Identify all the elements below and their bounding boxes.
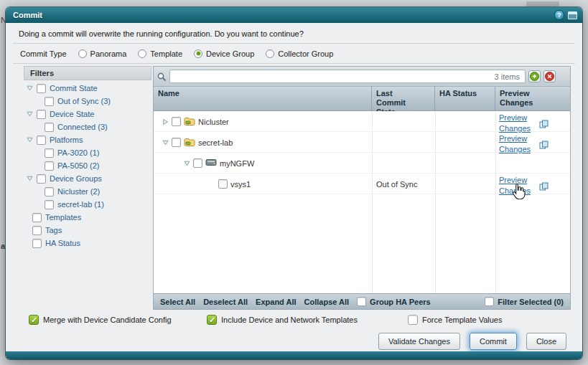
filter-checkbox[interactable]: [37, 84, 46, 93]
radio-option-template[interactable]: Template: [138, 49, 182, 58]
radio-option-panorama[interactable]: Panorama: [78, 49, 127, 58]
row-name: myNGFW: [220, 159, 254, 168]
radio-option-device-group[interactable]: Device Group: [194, 49, 254, 58]
collapse-arrow-icon[interactable]: [162, 140, 169, 146]
force-template-values-checkbox[interactable]: [408, 315, 418, 325]
preview-changes-icon[interactable]: [539, 120, 549, 130]
filter-item-tags[interactable]: Tags: [24, 224, 151, 237]
merge-device-candidate-option[interactable]: Merge with Device Candidate Config: [29, 315, 172, 325]
table-row[interactable]: myNGFW: [154, 153, 570, 174]
filter-checkbox[interactable]: [45, 161, 54, 171]
expand-all-button[interactable]: Expand All: [256, 298, 296, 306]
deselect-all-button[interactable]: Deselect All: [203, 298, 248, 306]
filter-checkbox[interactable]: [37, 110, 46, 119]
column-header-name[interactable]: Name: [154, 87, 372, 111]
radio-label: Collector Group: [278, 49, 333, 58]
ha-status-cell: [435, 132, 495, 153]
filter-checkbox[interactable]: [32, 226, 42, 235]
row-checkbox[interactable]: [172, 138, 181, 147]
dialog-buttons: Validate Changes Commit Close: [378, 333, 566, 350]
preview-changes-link[interactable]: Preview Changes: [499, 113, 536, 134]
expand-arrow-icon[interactable]: [162, 119, 169, 125]
filter-label: Device Groups: [50, 174, 102, 183]
filter-group-device-state[interactable]: Device State: [24, 108, 151, 120]
filter-item-nicluster[interactable]: Nicluster (2): [24, 185, 151, 198]
radio-template[interactable]: [138, 49, 146, 58]
select-all-button[interactable]: Select All: [160, 298, 195, 306]
collapse-arrow-icon[interactable]: [27, 111, 33, 117]
dialog-titlebar[interactable]: Commit ?: [6, 7, 582, 23]
include-templates-option[interactable]: Include Device and Network Templates: [207, 315, 358, 325]
filter-label: PA-5050 (2): [57, 161, 100, 170]
group-ha-peers-option[interactable]: Group HA Peers: [357, 297, 431, 306]
filter-checkbox[interactable]: [45, 187, 54, 196]
validate-changes-button[interactable]: Validate Changes: [378, 333, 460, 350]
filter-item-ha-status[interactable]: HA Status: [24, 237, 151, 250]
commit-warning-message: Doing a commit will overwrite the runnin…: [19, 29, 304, 38]
filter-checkbox[interactable]: [45, 123, 54, 132]
search-input[interactable]: [169, 70, 526, 83]
device-group-folder-icon: [184, 138, 195, 148]
preview-changes-icon[interactable]: [539, 141, 549, 151]
row-checkbox[interactable]: [218, 179, 228, 189]
column-header-preview-changes[interactable]: Preview Changes: [495, 87, 571, 111]
group-ha-peers-checkbox[interactable]: [357, 297, 366, 306]
filter-item-secret-lab[interactable]: secret-lab (1): [24, 198, 151, 211]
filter-checkbox[interactable]: [45, 148, 54, 158]
preview-changes-link[interactable]: Preview Changes: [499, 175, 536, 196]
filter-checkbox[interactable]: [45, 97, 54, 106]
collapse-arrow-icon[interactable]: [27, 137, 33, 143]
filter-label: PA-3020 (1): [57, 148, 100, 157]
collapse-arrow-icon[interactable]: [27, 85, 33, 91]
filter-item-templates[interactable]: Templates: [24, 211, 151, 224]
merge-device-candidate-checkbox[interactable]: [29, 315, 39, 325]
filter-group-commit-state[interactable]: Commit State: [24, 82, 151, 95]
commit-button[interactable]: Commit: [470, 333, 517, 350]
filter-item-pa-3020[interactable]: PA-3020 (1): [24, 146, 151, 159]
radio-option-collector-group[interactable]: Collector Group: [266, 49, 333, 58]
filter-group-platforms[interactable]: Platforms: [24, 133, 151, 146]
radio-device-group[interactable]: [194, 49, 202, 58]
row-checkbox[interactable]: [193, 158, 202, 168]
column-header-last-commit-state[interactable]: Last Commit State: [372, 87, 435, 111]
preview-changes-icon[interactable]: [539, 182, 549, 192]
filter-checkbox[interactable]: [32, 239, 42, 248]
background-blur: [526, 1, 559, 6]
collapse-arrow-icon[interactable]: [184, 161, 190, 166]
filter-item-connected[interactable]: Connected (3): [24, 120, 151, 133]
firewall-device-icon: [205, 158, 217, 168]
row-name: secret-lab: [198, 138, 233, 147]
table-row[interactable]: Nicluster Preview Changes: [154, 111, 570, 132]
grid-search-bar: 3 items: [154, 67, 570, 87]
column-header-ha-status[interactable]: HA Status: [435, 87, 495, 111]
collapse-all-button[interactable]: Collapse All: [304, 298, 350, 306]
help-icon[interactable]: ?: [554, 10, 564, 20]
filter-checkbox[interactable]: [45, 200, 54, 209]
collapse-arrow-icon[interactable]: [27, 176, 33, 181]
radio-panorama[interactable]: [78, 49, 87, 58]
items-count: 3 items: [495, 72, 520, 81]
filter-selected-option[interactable]: Filter Selected (0): [485, 297, 564, 306]
radio-collector-group[interactable]: [266, 49, 274, 58]
filter-selected-checkbox[interactable]: [485, 297, 494, 306]
include-templates-checkbox[interactable]: [207, 315, 217, 325]
force-template-values-option[interactable]: Force Template Values: [408, 315, 502, 325]
filter-label: Commit State: [50, 84, 98, 93]
apply-filter-button[interactable]: [528, 70, 541, 82]
filter-item-out-of-sync[interactable]: Out of Sync (3): [24, 95, 151, 108]
filter-group-device-groups[interactable]: Device Groups: [24, 172, 151, 185]
close-button[interactable]: Close: [526, 333, 566, 350]
filter-item-pa-5050[interactable]: PA-5050 (2): [24, 159, 151, 172]
preview-changes-link[interactable]: Preview Changes: [499, 133, 536, 155]
radio-label: Panorama: [90, 49, 127, 58]
window-icon[interactable]: [568, 11, 577, 19]
filter-checkbox[interactable]: [32, 213, 42, 222]
clear-filter-button[interactable]: [543, 70, 556, 82]
row-checkbox[interactable]: [172, 117, 181, 126]
radio-label: Device Group: [206, 49, 254, 58]
filter-checkbox[interactable]: [37, 174, 46, 184]
filter-checkbox[interactable]: [37, 136, 46, 145]
table-row[interactable]: vsys1 Out of Sync Preview Changes: [154, 174, 570, 194]
dialog-bottom-chrome: [6, 351, 582, 359]
table-row[interactable]: secret-lab Preview Changes: [154, 132, 570, 153]
